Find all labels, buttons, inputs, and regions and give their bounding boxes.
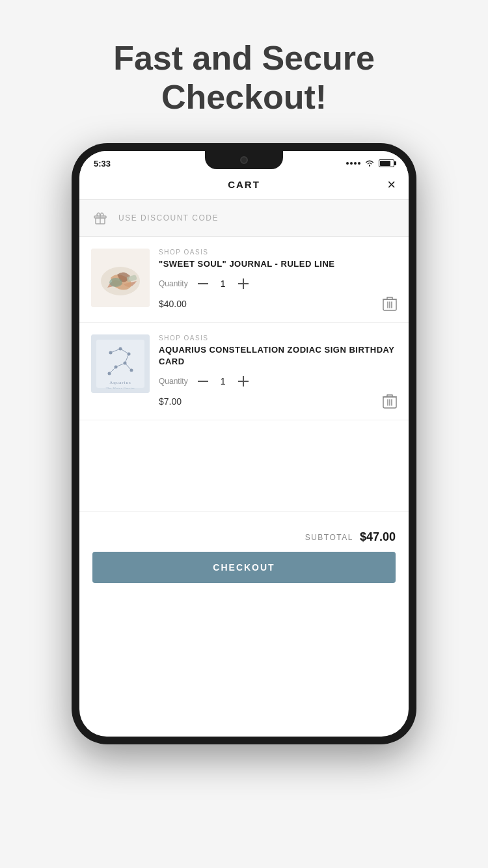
item-1-shop: SHOP OASIS: [159, 249, 397, 256]
item-2-details: SHOP OASIS AQUARIUS CONSTELLATION ZODIAC…: [159, 334, 397, 409]
item-2-quantity-value: 1: [218, 376, 228, 387]
svg-text:Aquarius: Aquarius: [109, 380, 131, 385]
item-1-bottom: $40.00: [159, 296, 397, 312]
item-2-delete-button[interactable]: [383, 394, 397, 409]
item-2-increment-button[interactable]: [236, 374, 251, 388]
quantity-label: Quantity: [159, 279, 188, 288]
status-time: 5:33: [94, 159, 111, 169]
close-button[interactable]: ×: [387, 178, 396, 192]
svg-point-6: [109, 278, 122, 287]
product-image-aquarius: Aquarius The Water Carrier: [91, 334, 150, 393]
subtotal-row: SUBTOTAL $47.00: [92, 522, 396, 552]
page-title: Fast and Secure Checkout!: [113, 39, 375, 117]
cart-title: CART: [228, 179, 260, 190]
gift-icon: [91, 209, 109, 227]
svg-point-0: [369, 165, 370, 167]
page-header: Fast and Secure Checkout!: [74, 0, 414, 143]
subtotal-value: $47.00: [360, 530, 396, 544]
item-1-decrement-button[interactable]: [196, 277, 210, 291]
item-1-details: SHOP OASIS "SWEET SOUL" JOURNAL - RULED …: [159, 249, 397, 312]
item-1-quantity-row: Quantity 1: [159, 277, 397, 291]
item-1-delete-button[interactable]: [383, 296, 397, 312]
item-2-shop: SHOP OASIS: [159, 334, 397, 342]
item-1-price: $40.00: [159, 299, 187, 309]
camera: [240, 156, 248, 164]
subtotal-label: SUBTOTAL: [305, 533, 353, 542]
status-icons: [346, 159, 394, 167]
item-2-quantity-row: Quantity 1: [159, 374, 397, 388]
table-row: Aquarius The Water Carrier SHOP OASIS AQ…: [79, 323, 409, 420]
item-2-name: AQUARIUS CONSTELLATION ZODIAC SIGN BIRTH…: [159, 344, 397, 368]
table-row: SHOP OASIS "SWEET SOUL" JOURNAL - RULED …: [79, 237, 409, 323]
item-1-name: "SWEET SOUL" JOURNAL - RULED LINE: [159, 258, 397, 270]
product-image-journal: [91, 249, 150, 307]
item-2-price: $7.00: [159, 396, 182, 407]
item-2-bottom: $7.00: [159, 394, 397, 409]
checkout-button[interactable]: CHECKOUT: [92, 552, 396, 583]
cart-header: CART ×: [79, 171, 409, 199]
discount-code-text: USE DISCOUNT CODE: [118, 213, 219, 223]
item-1-quantity-value: 1: [218, 278, 228, 289]
phone-screen: 5:33: [79, 151, 409, 737]
signal-icon: [346, 162, 360, 165]
item-2-decrement-button[interactable]: [196, 374, 210, 388]
battery-icon: [379, 159, 394, 167]
wifi-icon: [364, 159, 375, 167]
cart-empty-space: [79, 420, 409, 511]
discount-row[interactable]: USE DISCOUNT CODE: [79, 199, 409, 237]
phone-frame: 5:33: [72, 143, 416, 744]
quantity-label-2: Quantity: [159, 377, 188, 386]
cart-items-list: SHOP OASIS "SWEET SOUL" JOURNAL - RULED …: [79, 237, 409, 594]
cart-footer: SUBTOTAL $47.00 CHECKOUT: [79, 511, 409, 593]
phone-notch: [205, 151, 283, 169]
item-1-increment-button[interactable]: [236, 277, 251, 291]
svg-text:The Water Carrier: The Water Carrier: [106, 387, 135, 390]
